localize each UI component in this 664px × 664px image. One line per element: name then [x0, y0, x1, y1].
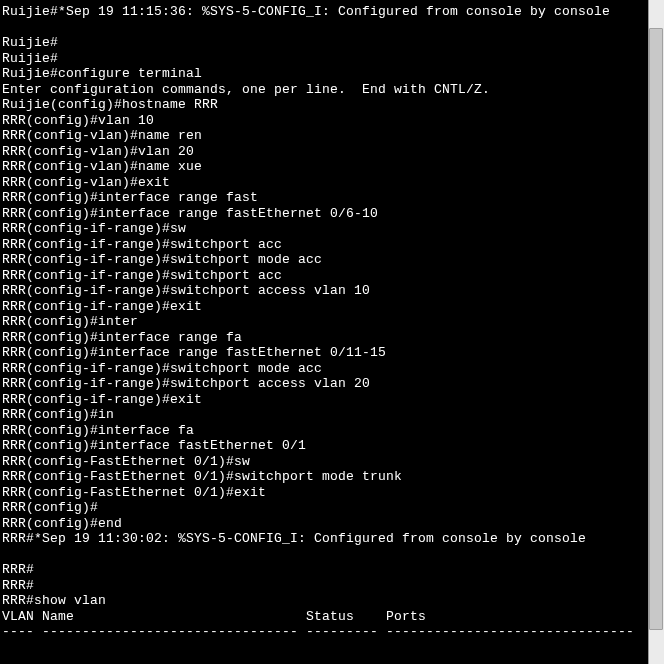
terminal-line: RRR(config-if-range)#sw — [2, 221, 648, 237]
terminal-line: RRR(config-FastEthernet 0/1)#switchport … — [2, 469, 648, 485]
terminal-line: RRR(config)#interface range fast — [2, 190, 648, 206]
terminal-line: RRR(config)#vlan 10 — [2, 113, 648, 129]
terminal-line: RRR(config)#interface range fa — [2, 330, 648, 346]
terminal-line: Ruijie# — [2, 51, 648, 67]
terminal-line: RRR(config)# — [2, 500, 648, 516]
terminal-line: RRR# — [2, 578, 648, 594]
terminal-line: RRR(config)#end — [2, 516, 648, 532]
terminal-line: Enter configuration commands, one per li… — [2, 82, 648, 98]
terminal-line — [2, 20, 648, 36]
terminal-line: Ruijie#configure terminal — [2, 66, 648, 82]
terminal-line: RRR(config-vlan)#vlan 20 — [2, 144, 648, 160]
terminal-line: RRR(config-vlan)#exit — [2, 175, 648, 191]
terminal-output[interactable]: Ruijie#*Sep 19 11:15:36: %SYS-5-CONFIG_I… — [0, 0, 650, 664]
terminal-line: VLAN Name Status Ports — [2, 609, 648, 625]
terminal-line: RRR#show vlan — [2, 593, 648, 609]
terminal-line: Ruijie# — [2, 35, 648, 51]
terminal-line: RRR(config-if-range)#exit — [2, 299, 648, 315]
terminal-line: RRR(config-if-range)#switchport acc — [2, 237, 648, 253]
terminal-line: RRR#*Sep 19 11:30:02: %SYS-5-CONFIG_I: C… — [2, 531, 648, 547]
terminal-line: RRR(config)#in — [2, 407, 648, 423]
terminal-line: RRR(config)#interface fastEthernet 0/1 — [2, 438, 648, 454]
terminal-line: RRR(config-vlan)#name ren — [2, 128, 648, 144]
terminal-line: RRR(config-if-range)#switchport mode acc — [2, 252, 648, 268]
terminal-line: RRR(config)#inter — [2, 314, 648, 330]
terminal-line: RRR(config)#interface range fastEthernet… — [2, 206, 648, 222]
terminal-line: RRR(config-vlan)#name xue — [2, 159, 648, 175]
terminal-line: RRR(config)#interface range fastEthernet… — [2, 345, 648, 361]
terminal-line: RRR(config-FastEthernet 0/1)#sw — [2, 454, 648, 470]
scrollbar-thumb[interactable] — [649, 28, 663, 630]
terminal-line: Ruijie(config)#hostname RRR — [2, 97, 648, 113]
terminal-line: RRR# — [2, 562, 648, 578]
terminal-line: Ruijie#*Sep 19 11:15:36: %SYS-5-CONFIG_I… — [2, 4, 648, 20]
scrollbar-track[interactable] — [648, 0, 664, 664]
terminal-line: RRR(config-if-range)#switchport access v… — [2, 376, 648, 392]
terminal-line: RRR(config-if-range)#switchport access v… — [2, 283, 648, 299]
terminal-line: ---- -------------------------------- --… — [2, 624, 648, 640]
terminal-line: RRR(config-if-range)#exit — [2, 392, 648, 408]
terminal-line: RRR(config-if-range)#switchport mode acc — [2, 361, 648, 377]
terminal-line: RRR(config-if-range)#switchport acc — [2, 268, 648, 284]
terminal-line — [2, 547, 648, 563]
terminal-line: RRR(config)#interface fa — [2, 423, 648, 439]
terminal-line: RRR(config-FastEthernet 0/1)#exit — [2, 485, 648, 501]
